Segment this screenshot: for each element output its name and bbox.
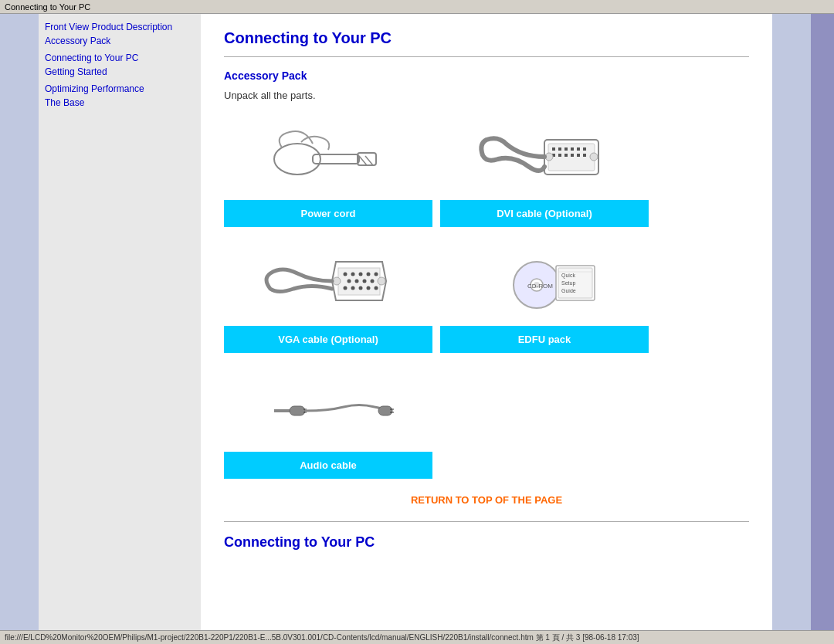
svg-point-33 [359,286,363,290]
svg-point-35 [375,286,378,290]
svg-point-27 [348,280,351,283]
svg-point-32 [351,286,355,290]
status-bar-text: file:///E/LCD%20Monitor%20OEM/Philips/M1… [5,632,639,643]
nav-group-1: Front View Product Description Accessory… [45,22,195,46]
svg-rect-14 [558,154,561,157]
bottom-divider [224,521,749,522]
item-cell-power-cord: Power cord [224,117,432,227]
item-cell-dvi: DVI cable (Optional) [440,117,649,227]
svg-point-29 [363,280,367,283]
nav-link-optimizing[interactable]: Optimizing Performance [45,83,195,94]
item-cell-vga: VGA cable (Optional) [224,242,432,353]
items-row-1: Power cord [224,117,749,227]
svg-rect-9 [564,147,568,151]
svg-line-3 [359,156,367,165]
items-row-2: VGA cable (Optional) CD-ROM [224,242,749,353]
vga-cable-label[interactable]: VGA cable (Optional) [224,326,432,353]
svg-rect-10 [571,147,574,151]
svg-rect-7 [552,147,555,151]
nav-link-base[interactable]: The Base [45,97,195,108]
power-cord-label[interactable]: Power cord [224,200,432,227]
svg-point-34 [367,286,371,290]
svg-rect-52 [378,406,392,415]
svg-point-30 [371,280,375,283]
audio-cable-image [251,368,405,446]
svg-rect-15 [564,154,568,157]
svg-point-22 [344,273,348,276]
svg-point-31 [344,286,348,290]
intro-text: Unpack all the parts. [224,90,749,101]
nav-panel: Front View Product Description Accessory… [39,14,201,630]
nav-group-2: Connecting to Your PC Getting Started [45,53,195,77]
section-title: Accessory Pack [224,69,749,82]
vga-cable-image [251,242,405,320]
svg-point-23 [351,273,355,276]
edfu-image: CD-ROM Quick Setup Guide [467,242,622,320]
dvi-cable-label[interactable]: DVI cable (Optional) [440,200,649,227]
svg-text:CD-ROM: CD-ROM [527,283,553,290]
svg-point-26 [375,273,378,276]
main-layout: Front View Product Description Accessory… [0,14,834,630]
svg-rect-17 [577,154,580,157]
svg-point-24 [359,273,363,276]
status-bar: file:///E/LCD%20Monitor%20OEM/Philips/M1… [0,630,834,644]
content-area: Connecting to Your PC Accessory Pack Unp… [201,14,772,630]
audio-cable-label[interactable]: Audio cable [224,452,432,479]
svg-point-25 [367,273,371,276]
svg-rect-11 [577,147,580,151]
left-sidebar [0,14,39,630]
items-row-3: Audio cable [224,368,749,479]
item-cell-edfu: CD-ROM Quick Setup Guide EDFU pack [440,242,649,353]
nav-link-getting-started[interactable]: Getting Started [45,66,195,77]
svg-point-20 [590,153,598,161]
svg-point-28 [355,280,359,283]
svg-text:Quick: Quick [561,273,575,279]
nav-link-accessory-pack[interactable]: Accessory Pack [45,36,195,46]
edfu-label[interactable]: EDFU pack [440,326,649,353]
svg-point-37 [378,277,385,285]
item-cell-audio: Audio cable [224,368,432,479]
bottom-title: Connecting to Your PC [224,534,749,551]
nav-link-front-view[interactable]: Front View Product Description [45,22,195,32]
dvi-cable-image [467,117,622,194]
svg-rect-18 [583,154,586,157]
svg-rect-12 [583,147,586,151]
return-to-top-link[interactable]: RETURN TO TOP OF THE PAGE [224,494,749,506]
svg-text:Setup: Setup [561,280,575,286]
nav-link-connecting[interactable]: Connecting to Your PC [45,53,195,63]
svg-rect-16 [571,154,574,157]
power-cord-image [251,117,405,194]
right-sidebar2 [811,14,834,630]
title-bar-text: Connecting to Your PC [5,2,90,12]
items-grid: Power cord [224,117,749,479]
nav-group-3: Optimizing Performance The Base [45,83,195,108]
top-divider [224,56,749,57]
right-sidebar [772,14,811,630]
svg-line-4 [365,156,373,165]
svg-text:Guide: Guide [561,288,576,293]
page-title: Connecting to Your PC [224,29,749,47]
title-bar: Connecting to Your PC [0,0,834,14]
svg-rect-2 [358,153,376,165]
svg-rect-49 [290,406,305,415]
svg-rect-8 [558,147,561,151]
